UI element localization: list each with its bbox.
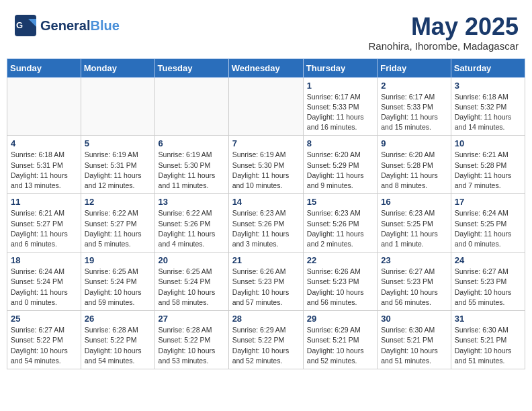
calendar-cell: 24Sunrise: 6:27 AMSunset: 5:23 PMDayligh… — [451, 253, 525, 311]
day-number: 6 — [159, 138, 225, 148]
day-info: Sunrise: 6:20 AMSunset: 5:28 PMDaylight:… — [381, 150, 447, 191]
day-info: Sunrise: 6:26 AMSunset: 5:23 PMDaylight:… — [232, 267, 300, 308]
day-info: Sunrise: 6:26 AMSunset: 5:23 PMDaylight:… — [307, 267, 373, 308]
day-number: 25 — [11, 314, 77, 324]
day-info: Sunrise: 6:17 AMSunset: 5:33 PMDaylight:… — [381, 92, 447, 133]
day-number: 1 — [307, 81, 373, 91]
calendar-cell: 29Sunrise: 6:29 AMSunset: 5:21 PMDayligh… — [303, 311, 377, 369]
day-number: 27 — [159, 314, 225, 324]
calendar-cell: 2Sunrise: 6:17 AMSunset: 5:33 PMDaylight… — [378, 77, 451, 136]
day-number: 31 — [455, 314, 521, 324]
day-info: Sunrise: 6:21 AMSunset: 5:28 PMDaylight:… — [455, 150, 521, 191]
day-info: Sunrise: 6:30 AMSunset: 5:21 PMDaylight:… — [455, 325, 521, 366]
calendar-week-3: 11Sunrise: 6:21 AMSunset: 5:27 PMDayligh… — [7, 194, 525, 253]
day-info: Sunrise: 6:29 AMSunset: 5:22 PMDaylight:… — [232, 325, 300, 366]
calendar-cell: 3Sunrise: 6:18 AMSunset: 5:32 PMDaylight… — [451, 77, 525, 136]
calendar-cell: 4Sunrise: 6:18 AMSunset: 5:31 PMDaylight… — [7, 136, 81, 194]
day-number: 29 — [307, 314, 373, 324]
day-info: Sunrise: 6:17 AMSunset: 5:33 PMDaylight:… — [307, 92, 373, 133]
calendar-cell: 15Sunrise: 6:23 AMSunset: 5:26 PMDayligh… — [303, 194, 377, 253]
calendar-cell: 20Sunrise: 6:25 AMSunset: 5:24 PMDayligh… — [154, 253, 228, 311]
logo-text: GeneralBlue — [40, 18, 120, 33]
calendar-cell: 12Sunrise: 6:22 AMSunset: 5:27 PMDayligh… — [81, 194, 154, 253]
day-info: Sunrise: 6:21 AMSunset: 5:27 PMDaylight:… — [11, 208, 77, 249]
calendar: SundayMondayTuesdayWednesdayThursdayFrid… — [7, 58, 525, 369]
calendar-week-2: 4Sunrise: 6:18 AMSunset: 5:31 PMDaylight… — [7, 136, 525, 194]
day-number: 19 — [85, 255, 151, 265]
calendar-cell: 6Sunrise: 6:19 AMSunset: 5:30 PMDaylight… — [154, 136, 228, 194]
day-number: 17 — [455, 197, 521, 207]
calendar-cell: 7Sunrise: 6:19 AMSunset: 5:30 PMDaylight… — [228, 136, 303, 194]
calendar-cell: 19Sunrise: 6:25 AMSunset: 5:24 PMDayligh… — [81, 253, 154, 311]
calendar-cell: 25Sunrise: 6:27 AMSunset: 5:22 PMDayligh… — [7, 311, 81, 369]
calendar-cell: 28Sunrise: 6:29 AMSunset: 5:22 PMDayligh… — [228, 311, 303, 369]
day-header-sunday: Sunday — [7, 58, 81, 77]
day-number: 14 — [232, 197, 300, 207]
month-year: May 2025 — [369, 13, 519, 40]
calendar-cell: 16Sunrise: 6:23 AMSunset: 5:25 PMDayligh… — [378, 194, 451, 253]
calendar-week-4: 18Sunrise: 6:24 AMSunset: 5:24 PMDayligh… — [7, 253, 525, 311]
day-number: 2 — [381, 81, 447, 91]
calendar-cell: 23Sunrise: 6:27 AMSunset: 5:23 PMDayligh… — [378, 253, 451, 311]
day-header-thursday: Thursday — [303, 58, 377, 77]
day-info: Sunrise: 6:23 AMSunset: 5:25 PMDaylight:… — [381, 208, 447, 249]
calendar-cell: 11Sunrise: 6:21 AMSunset: 5:27 PMDayligh… — [7, 194, 81, 253]
day-info: Sunrise: 6:19 AMSunset: 5:30 PMDaylight:… — [232, 150, 300, 191]
day-info: Sunrise: 6:22 AMSunset: 5:26 PMDaylight:… — [159, 208, 225, 249]
day-info: Sunrise: 6:19 AMSunset: 5:31 PMDaylight:… — [85, 150, 151, 191]
calendar-cell: 17Sunrise: 6:24 AMSunset: 5:25 PMDayligh… — [451, 194, 525, 253]
calendar-cell: 31Sunrise: 6:30 AMSunset: 5:21 PMDayligh… — [451, 311, 525, 369]
day-number: 13 — [159, 197, 225, 207]
day-info: Sunrise: 6:24 AMSunset: 5:24 PMDaylight:… — [11, 267, 77, 308]
calendar-cell: 9Sunrise: 6:20 AMSunset: 5:28 PMDaylight… — [378, 136, 451, 194]
calendar-cell: 14Sunrise: 6:23 AMSunset: 5:26 PMDayligh… — [228, 194, 303, 253]
day-header-monday: Monday — [81, 58, 154, 77]
calendar-cell — [154, 77, 228, 136]
calendar-cell: 26Sunrise: 6:28 AMSunset: 5:22 PMDayligh… — [81, 311, 154, 369]
day-number: 9 — [381, 138, 447, 148]
day-info: Sunrise: 6:27 AMSunset: 5:22 PMDaylight:… — [11, 325, 77, 366]
day-number: 18 — [11, 255, 77, 265]
calendar-cell: 30Sunrise: 6:30 AMSunset: 5:21 PMDayligh… — [378, 311, 451, 369]
calendar-cell: 5Sunrise: 6:19 AMSunset: 5:31 PMDaylight… — [81, 136, 154, 194]
day-number: 23 — [381, 255, 447, 265]
day-header-saturday: Saturday — [451, 58, 525, 77]
day-info: Sunrise: 6:18 AMSunset: 5:32 PMDaylight:… — [455, 92, 521, 133]
day-number: 15 — [307, 197, 373, 207]
calendar-cell: 22Sunrise: 6:26 AMSunset: 5:23 PMDayligh… — [303, 253, 377, 311]
day-info: Sunrise: 6:28 AMSunset: 5:22 PMDaylight:… — [85, 325, 151, 366]
day-header-tuesday: Tuesday — [154, 58, 228, 77]
logo-icon: G — [13, 13, 38, 38]
day-number: 4 — [11, 138, 77, 148]
day-number: 3 — [455, 81, 521, 91]
day-info: Sunrise: 6:20 AMSunset: 5:29 PMDaylight:… — [307, 150, 373, 191]
calendar-cell — [81, 77, 154, 136]
header: G GeneralBlue May 2025 Ranohira, Ihoromb… — [7, 7, 525, 55]
day-number: 26 — [85, 314, 151, 324]
day-number: 16 — [381, 197, 447, 207]
day-number: 30 — [381, 314, 447, 324]
day-info: Sunrise: 6:22 AMSunset: 5:27 PMDaylight:… — [85, 208, 151, 249]
logo: G GeneralBlue — [13, 13, 120, 38]
day-info: Sunrise: 6:23 AMSunset: 5:26 PMDaylight:… — [232, 208, 300, 249]
day-number: 22 — [307, 255, 373, 265]
day-number: 21 — [232, 255, 300, 265]
location: Ranohira, Ihorombe, Madagascar — [369, 40, 519, 52]
day-number: 5 — [85, 138, 151, 148]
day-info: Sunrise: 6:18 AMSunset: 5:31 PMDaylight:… — [11, 150, 77, 191]
day-info: Sunrise: 6:30 AMSunset: 5:21 PMDaylight:… — [381, 325, 447, 366]
calendar-week-1: 1Sunrise: 6:17 AMSunset: 5:33 PMDaylight… — [7, 77, 525, 136]
calendar-cell: 18Sunrise: 6:24 AMSunset: 5:24 PMDayligh… — [7, 253, 81, 311]
day-number: 28 — [232, 314, 300, 324]
day-number: 8 — [307, 138, 373, 148]
day-info: Sunrise: 6:28 AMSunset: 5:22 PMDaylight:… — [159, 325, 225, 366]
day-number: 24 — [455, 255, 521, 265]
day-header-wednesday: Wednesday — [228, 58, 303, 77]
calendar-cell — [7, 77, 81, 136]
day-info: Sunrise: 6:23 AMSunset: 5:26 PMDaylight:… — [307, 208, 373, 249]
calendar-cell: 21Sunrise: 6:26 AMSunset: 5:23 PMDayligh… — [228, 253, 303, 311]
calendar-cell: 8Sunrise: 6:20 AMSunset: 5:29 PMDaylight… — [303, 136, 377, 194]
day-number: 10 — [455, 138, 521, 148]
title-block: May 2025 Ranohira, Ihorombe, Madagascar — [369, 13, 519, 52]
day-info: Sunrise: 6:29 AMSunset: 5:21 PMDaylight:… — [307, 325, 373, 366]
